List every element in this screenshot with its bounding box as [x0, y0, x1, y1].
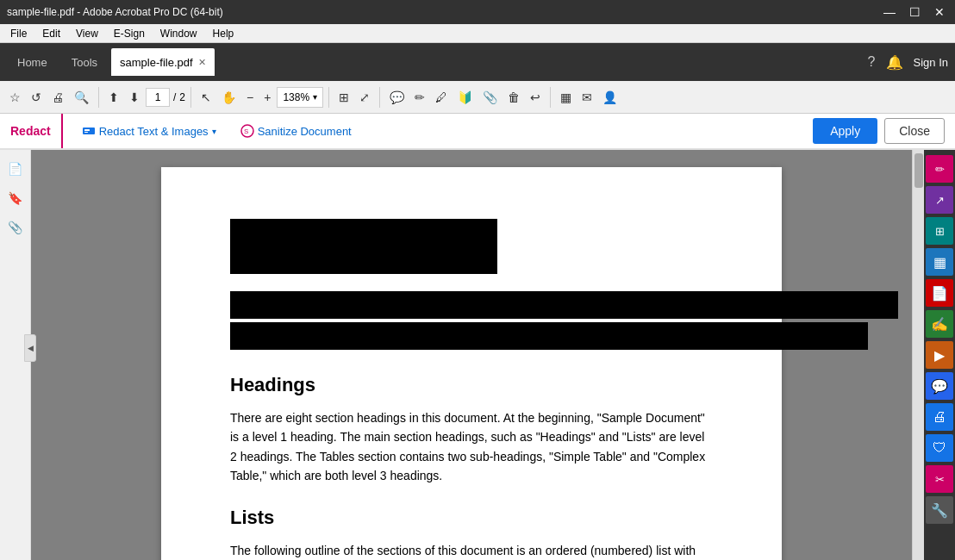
right-icon-organize[interactable]: ⊞ [926, 217, 953, 245]
right-icon-export[interactable]: ↗ [926, 186, 953, 214]
notification-icon[interactable]: 🔔 [886, 54, 903, 71]
right-icon-comment[interactable]: 💬 [926, 372, 953, 400]
nav-tools[interactable]: Tools [61, 53, 108, 72]
toolbar-add-bookmark[interactable]: ☆ [5, 87, 25, 108]
right-icon-combine[interactable]: ▦ [926, 248, 953, 276]
page-total: 2 [179, 91, 185, 103]
minimize-button[interactable]: — [880, 5, 899, 19]
svg-rect-2 [84, 132, 88, 133]
toolbar-pen[interactable]: ✏ [410, 87, 429, 108]
zoom-level-label: 138% [283, 91, 309, 103]
toolbar-stamp[interactable]: 🔰 [453, 87, 477, 108]
scrollbar-track[interactable] [912, 150, 924, 560]
toolbar-share[interactable]: ↺ [27, 87, 46, 108]
toolbar-fit-width[interactable]: ⤢ [355, 87, 374, 108]
sign-in-button[interactable]: Sign In [914, 56, 948, 69]
toolbar-undo[interactable]: ↩ [526, 87, 545, 108]
help-icon[interactable]: ? [868, 54, 876, 70]
zoom-control: 138% ▾ [277, 87, 323, 108]
svg-text:S: S [244, 128, 248, 135]
toolbar-zoom-in[interactable]: + [259, 87, 275, 108]
right-icon-print[interactable]: 🖨 [926, 403, 953, 431]
menu-view[interactable]: View [69, 26, 105, 41]
toolbar-search[interactable]: 🔍 [70, 87, 93, 108]
redact-actions: Apply Close [813, 118, 945, 144]
toolbar-comment[interactable]: 💬 [385, 87, 409, 108]
pdf-paragraph-1: There are eight section headings in this… [230, 408, 713, 486]
page-separator: / [173, 91, 176, 103]
toolbar-fit-page[interactable]: ⊞ [334, 87, 353, 108]
zoom-dropdown-arrow[interactable]: ▾ [313, 92, 317, 102]
left-panel: 📄 🔖 📎 ◀ [0, 150, 31, 560]
right-panel: ✏ ↗ ⊞ ▦ 📄 ✍ ▶ 💬 🖨 🛡 ✂ 🔧 [924, 150, 955, 560]
pdf-page: Headings There are eight section heading… [161, 167, 782, 560]
toolbar-zoom-out[interactable]: − [242, 87, 258, 108]
collapse-arrow-icon: ◀ [28, 344, 34, 352]
right-icon-create[interactable]: 📄 [926, 279, 953, 307]
redact-text-label: Redact Text & Images [99, 125, 209, 138]
redact-label: Redact [10, 114, 63, 148]
menu-help[interactable]: Help [206, 26, 241, 41]
toolbar-upload[interactable]: ⬆ [104, 87, 123, 108]
toolbar-sep-5 [550, 87, 551, 108]
maximize-button[interactable]: ☐ [906, 5, 924, 19]
main-layout: 📄 🔖 📎 ◀ Headings There are eight section… [0, 150, 955, 560]
pdf-heading-1: Headings [230, 374, 713, 396]
toolbar-edit-select[interactable]: ▦ [556, 87, 576, 108]
toolbar: ☆ ↺ 🖨 🔍 ⬆ ⬇ / 2 ↖ ✋ − + 138% ▾ ⊞ ⤢ 💬 ✏ 🖊… [0, 81, 955, 114]
toolbar-print[interactable]: 🖨 [47, 87, 68, 108]
toolbar-attach[interactable]: 📎 [478, 87, 502, 108]
right-icon-more[interactable]: 🔧 [926, 496, 953, 524]
toolbar-sep-1 [98, 87, 99, 108]
title-bar-title: sample-file.pdf - Adobe Acrobat Pro DC (… [7, 6, 223, 18]
sanitize-doc-button[interactable]: S Sanitize Document [235, 121, 357, 141]
collapse-panel-button[interactable]: ◀ [24, 334, 36, 362]
redact-text-icon [82, 124, 96, 138]
close-window-button[interactable]: ✕ [931, 5, 948, 19]
panel-attachments-icon[interactable]: 📎 [3, 215, 28, 240]
right-icon-redact[interactable]: ✂ [926, 465, 953, 493]
nav-right: ? 🔔 Sign In [868, 54, 948, 71]
toolbar-sep-2 [190, 87, 191, 108]
redact-text-images-button[interactable]: Redact Text & Images ▾ [77, 121, 222, 141]
menu-esign[interactable]: E-Sign [107, 26, 152, 41]
redacted-block-2 [230, 291, 898, 319]
svg-rect-1 [84, 129, 90, 131]
right-icon-protect[interactable]: 🛡 [926, 434, 953, 462]
page-control: / 2 [146, 88, 185, 107]
close-button[interactable]: Close [884, 118, 945, 144]
panel-thumbnails-icon[interactable]: 📄 [3, 157, 28, 181]
scrollbar-thumb[interactable] [914, 153, 923, 188]
right-icon-review[interactable]: ✍ [926, 310, 953, 338]
toolbar-mail[interactable]: ✉ [577, 87, 596, 108]
toolbar-hand[interactable]: ✋ [217, 87, 240, 108]
page-number-input[interactable] [146, 88, 170, 107]
apply-button[interactable]: Apply [813, 118, 877, 144]
right-icon-edit-pdf[interactable]: ✏ [926, 155, 953, 183]
nav-home[interactable]: Home [7, 53, 58, 72]
redact-bar: Redact Redact Text & Images ▾ S Sanitize… [0, 114, 955, 150]
redact-text-dropdown[interactable]: ▾ [212, 127, 216, 136]
toolbar-delete[interactable]: 🗑 [503, 87, 524, 108]
nav-bar: Home Tools sample-file.pdf ✕ ? 🔔 Sign In [0, 43, 955, 81]
pdf-area[interactable]: Headings There are eight section heading… [31, 150, 912, 560]
tab-close-icon[interactable]: ✕ [198, 57, 206, 68]
menu-window[interactable]: Window [153, 26, 204, 41]
pdf-heading-2: Lists [230, 507, 713, 529]
window-controls: — ☐ ✕ [880, 5, 948, 19]
redacted-block-3 [230, 322, 868, 350]
panel-bookmarks-icon[interactable]: 🔖 [3, 186, 28, 210]
menu-bar: File Edit View E-Sign Window Help [0, 24, 955, 43]
title-bar: sample-file.pdf - Adobe Acrobat Pro DC (… [0, 0, 955, 24]
pdf-paragraph-2: The following outline of the sections of… [230, 541, 713, 560]
toolbar-prev-page[interactable]: ⬇ [125, 87, 144, 108]
sanitize-label: Sanitize Document [258, 125, 352, 138]
sanitize-icon: S [240, 124, 254, 138]
file-tab[interactable]: sample-file.pdf ✕ [111, 48, 215, 76]
right-icon-action[interactable]: ▶ [926, 341, 953, 369]
menu-edit[interactable]: Edit [35, 26, 67, 41]
menu-file[interactable]: File [3, 26, 34, 41]
toolbar-cursor[interactable]: ↖ [197, 87, 215, 108]
toolbar-highlight[interactable]: 🖊 [431, 87, 452, 108]
toolbar-user[interactable]: 👤 [598, 87, 621, 108]
